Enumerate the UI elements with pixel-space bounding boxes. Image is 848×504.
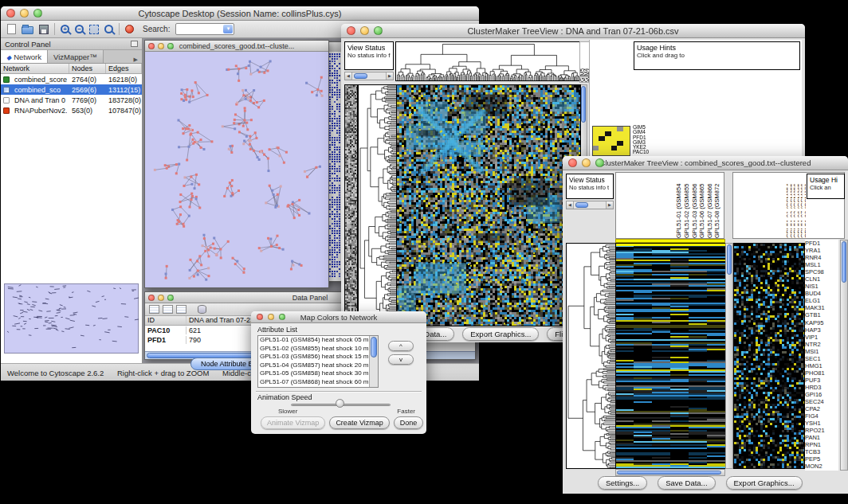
float-panel-icon[interactable]	[131, 41, 138, 47]
gene-label[interactable]: HAP3	[805, 326, 838, 334]
tab-overflow-icon[interactable]	[130, 57, 142, 63]
minimize-button[interactable]	[158, 43, 164, 49]
gene-label[interactable]: PHO81	[805, 369, 838, 377]
network-overview-canvas[interactable]	[5, 284, 139, 353]
minimize-button[interactable]	[360, 26, 369, 35]
row-dendrogram-canvas[interactable]	[358, 84, 397, 326]
delete-attribute-icon[interactable]	[176, 305, 186, 314]
network-overview-panel[interactable]	[4, 283, 139, 354]
heatmap-hscrollbar[interactable]	[615, 469, 725, 476]
attribute-item[interactable]: GPL51-02 (GSM855) heat shock 10 min	[258, 345, 369, 354]
gene-label[interactable]: PFD1	[805, 240, 838, 247]
attribute-item[interactable]: GPL51-05 (GSM858) heat shock 30 min	[258, 369, 369, 378]
attribute-item[interactable]: GPL51-01 (GSM854) heat shock 05 min	[258, 336, 369, 345]
gene-label[interactable]: ELG1	[805, 297, 838, 304]
save-session-icon[interactable]	[39, 25, 49, 34]
attribute-list-scrollbar[interactable]	[369, 336, 378, 387]
column-label[interactable]: GPL51-02 (GSM855	[683, 173, 691, 238]
gene-label[interactable]: TCB3	[805, 448, 838, 455]
scroll-right-icon[interactable]	[606, 201, 613, 209]
action-button[interactable]: Done	[394, 416, 424, 429]
tab-vizmapper[interactable]: VizMapper™	[48, 50, 104, 63]
gene-label[interactable]: PEP5	[805, 455, 838, 463]
column-label[interactable]: GPL51-03 (GSM856	[691, 173, 699, 238]
scroll-track[interactable]	[574, 201, 606, 209]
zoom-button[interactable]	[167, 43, 174, 49]
network-graph-view[interactable]	[145, 52, 328, 287]
column-dendrogram-canvas[interactable]	[395, 41, 580, 81]
column-label[interactable]: GPL51-03 (GSM856	[791, 173, 795, 238]
scroll-left-icon[interactable]	[567, 201, 574, 209]
gene-label[interactable]: GPI16	[805, 391, 838, 398]
column-label[interactable]: GPL51-01 (GSM854	[784, 173, 788, 238]
gene-label[interactable]: PAN1	[805, 434, 838, 441]
attribute-function-icon[interactable]	[198, 305, 206, 314]
close-button[interactable]	[568, 158, 577, 167]
column-label[interactable]: GPL51-07 (GSM866	[799, 173, 803, 238]
gene-label[interactable]: NTR2	[805, 341, 838, 348]
gene-label[interactable]: HRD3	[805, 384, 838, 391]
open-session-icon[interactable]	[22, 26, 33, 34]
network-view-titlebar[interactable]: combined_scores_good.txt--cluste...	[145, 41, 328, 52]
gene-label[interactable]: RPO21	[805, 427, 838, 434]
network-list-row[interactable]: combined_sco 2569(6) 13112(15)	[1, 84, 142, 95]
zoom-in-icon[interactable]	[61, 25, 69, 33]
column-label[interactable]: GPL51-08 (GSM872	[713, 173, 721, 238]
dendrogram-scrollbar[interactable]	[566, 201, 614, 209]
heatmap-vscrollbar[interactable]	[725, 243, 733, 469]
close-button[interactable]	[148, 295, 155, 301]
gene-label[interactable]: MON2	[805, 463, 838, 470]
dendrogram-scrollbar[interactable]	[344, 72, 394, 80]
scroll-thumb[interactable]	[842, 241, 846, 283]
gene-list-vscrollbar[interactable]	[840, 240, 848, 471]
zoom-fit-icon[interactable]	[89, 25, 99, 34]
gene-label[interactable]: RNR4	[805, 254, 838, 261]
zoom-button[interactable]	[279, 314, 285, 320]
scroll-thumb[interactable]	[354, 73, 367, 79]
action-button[interactable]: Settings...	[598, 476, 647, 490]
scroll-right-icon[interactable]	[386, 72, 393, 80]
cluster-mini-heatmap-canvas[interactable]	[592, 126, 630, 156]
zoom-out-icon[interactable]	[75, 25, 84, 33]
gene-label[interactable]: HMG1	[805, 362, 838, 369]
column-label[interactable]: GPL51-07 (GSM866	[706, 173, 714, 238]
close-button[interactable]	[148, 43, 155, 49]
zoom-selected-icon[interactable]	[104, 25, 113, 33]
gene-label[interactable]: CLN1	[805, 275, 838, 283]
gene-label[interactable]: GTB1	[805, 311, 838, 318]
network-list-row[interactable]: RNAPuberNov2... 563(0) 107847(0)	[1, 105, 142, 115]
gene-label[interactable]: NIS1	[805, 283, 838, 290]
gene-label[interactable]: MAK31	[805, 304, 838, 311]
zoom-button[interactable]	[33, 9, 42, 18]
move-down-button[interactable]: v	[388, 354, 414, 365]
select-attributes-icon[interactable]	[149, 305, 159, 314]
gene-label[interactable]: MSL1	[805, 261, 838, 268]
gene-label[interactable]: RPN1	[805, 441, 838, 448]
action-button[interactable]: Animate Vizmap	[261, 416, 325, 429]
gene-label[interactable]: SEC24	[805, 398, 838, 405]
slider-thumb[interactable]	[336, 399, 344, 408]
gene-label[interactable]: PUF3	[805, 377, 838, 384]
main-titlebar[interactable]: Cytoscape Desktop (Session Name: collins…	[1, 6, 479, 21]
column-label[interactable]: GPL51-01 (GSM854	[675, 173, 683, 238]
network-list-row[interactable]: DNA and Tran 0 7769(0) 183728(0)	[1, 95, 142, 105]
scroll-thumb[interactable]	[727, 244, 732, 275]
scroll-thumb[interactable]	[617, 471, 721, 475]
column-label[interactable]: GPL51-06 (GSM865	[698, 173, 706, 238]
minimize-button[interactable]	[268, 314, 274, 320]
gene-label[interactable]: FIG4	[805, 412, 838, 420]
gene-label[interactable]: SPC98	[805, 268, 838, 275]
attribute-item[interactable]: GPL51-04 (GSM857) heat shock 20 min	[258, 361, 369, 370]
row-dendrogram-canvas[interactable]	[566, 243, 616, 469]
gene-label[interactable]: KAP95	[805, 319, 838, 326]
close-button[interactable]	[347, 26, 355, 35]
gene-label[interactable]: YSH1	[805, 420, 838, 427]
close-button[interactable]	[257, 314, 263, 320]
new-session-icon[interactable]	[7, 24, 16, 34]
gene-label[interactable]: BUD4	[805, 290, 838, 297]
network-list-row[interactable]: combined_scores 2764(0) 16218(0)	[1, 74, 142, 84]
gene-label[interactable]: YRA1	[805, 247, 838, 254]
search-input[interactable]	[175, 23, 234, 35]
gene-label[interactable]: CPA2	[805, 405, 838, 412]
scroll-left-icon[interactable]	[345, 72, 352, 80]
